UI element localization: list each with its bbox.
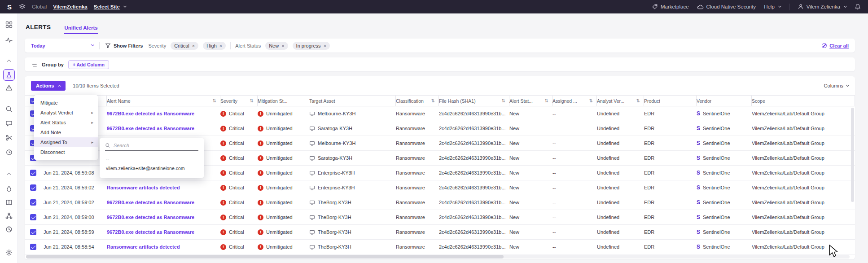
cell-product: EDR (644, 185, 697, 190)
menu-item-disconnect[interactable]: Disconnect (34, 147, 98, 157)
filter-chip[interactable]: In progress× (293, 42, 330, 50)
apps-grid-icon[interactable] (3, 19, 15, 31)
chip-close-icon[interactable]: × (281, 43, 284, 48)
breadcrumb-account-link[interactable]: VilemZelienka (53, 4, 88, 9)
scissors-icon[interactable] (3, 132, 15, 144)
filter-chip[interactable]: High× (203, 42, 226, 50)
cell-file-hash: 2c4d2c6262d46313990e31b... (439, 229, 509, 235)
row-checkbox[interactable] (30, 199, 36, 206)
breadcrumb-global: Global (32, 4, 47, 9)
column-header[interactable]: Product (644, 96, 697, 106)
network-nodes-icon[interactable] (3, 210, 15, 222)
cell-scope: VilemZelienka/Lab/Default Group (752, 244, 855, 250)
tab-unified-alerts[interactable]: Unified Alerts (64, 25, 97, 34)
sort-icon[interactable]: ⇅ (636, 98, 641, 103)
column-header-label: Analyst Ver... (597, 98, 624, 104)
column-header[interactable]: Scope (752, 96, 855, 106)
alert-triangle-icon[interactable] (3, 82, 15, 93)
sort-icon[interactable]: ⇅ (213, 98, 217, 103)
search-icon[interactable] (3, 103, 15, 115)
alert-name-link[interactable]: Ransomware artifacts detected (107, 244, 180, 250)
row-checkbox[interactable] (30, 229, 36, 235)
date-range-select[interactable]: Today (31, 43, 94, 48)
add-column-button[interactable]: + Add Column (68, 60, 109, 69)
alert-name-link[interactable]: 9672B0.exe detected as Ransomware (107, 126, 194, 131)
sentinelone-vendor-icon: S (697, 199, 700, 206)
site-selector[interactable]: Select Site (94, 4, 126, 9)
alert-name-link[interactable]: 9672B0.exe detected as Ransomware (107, 229, 194, 235)
menu-item-assigned-to[interactable]: Assigned To▸ (34, 137, 98, 147)
columns-button[interactable]: Columns (824, 83, 849, 88)
submenu-search-input[interactable] (114, 143, 198, 148)
cell-scope: VilemZelienka/Lab/Default Group (752, 126, 855, 131)
column-header[interactable]: Mitigation St... (258, 96, 309, 106)
cell-assigned: -- (552, 215, 597, 220)
column-header[interactable]: Classification⇅ (396, 96, 439, 106)
mitigation-status-label: Unmitigated (266, 185, 293, 190)
alert-name-link[interactable]: 9672B0.exe detected as Ransomware (107, 111, 194, 116)
menu-item-mitigate[interactable]: Mitigate (34, 98, 98, 108)
alert-name-link[interactable]: 9672B0.exe detected as Ransomware (107, 215, 194, 220)
column-header[interactable]: File Hash (SHA1)⇅ (439, 96, 509, 106)
menu-item-alert-status[interactable]: Alert Status▸ (34, 118, 98, 127)
pie-chart-icon[interactable] (3, 224, 15, 235)
row-checkbox[interactable] (30, 214, 36, 220)
column-header[interactable]: Alert Stat...⇅ (509, 96, 552, 106)
chip-close-icon[interactable]: × (324, 43, 326, 48)
marketplace-button[interactable]: Marketplace (652, 4, 689, 10)
column-header[interactable]: Assigned ...⇅ (552, 96, 597, 106)
flame-icon[interactable] (3, 183, 15, 195)
cell-product: EDR (644, 200, 697, 205)
cell-file-hash: 2c4d2c6262d46313990e31b... (439, 111, 509, 116)
vertical-scrollbar-thumb[interactable] (851, 108, 854, 202)
chip-close-icon[interactable]: × (192, 43, 195, 48)
column-header[interactable]: Analyst Ver...⇅ (597, 96, 644, 106)
notifications-bell-icon[interactable] (855, 4, 861, 10)
assigned-to-submenu: --vilem.zelienka+site@sentinelone.com (100, 138, 204, 178)
clear-all-filters-button[interactable]: Clear all (822, 43, 849, 48)
sort-icon[interactable]: ⇅ (250, 98, 254, 103)
scope-layers-icon[interactable] (19, 4, 26, 10)
filter-chip[interactable]: Critical× (171, 42, 198, 50)
page-title: ALERTS (26, 24, 51, 34)
column-header[interactable]: Vendor (697, 96, 752, 106)
chip-close-icon[interactable]: × (219, 43, 222, 48)
target-asset-label: Enterprise-KY3H (318, 170, 355, 175)
collapse-up-icon[interactable] (3, 168, 15, 180)
settings-gear-icon[interactable] (3, 247, 15, 259)
filter-chip[interactable]: New× (265, 42, 288, 50)
sort-icon[interactable]: ⇅ (589, 98, 594, 103)
menu-item-add-note[interactable]: Add Note (34, 127, 98, 137)
horizontal-scrollbar-thumb[interactable] (26, 255, 504, 259)
book-icon[interactable] (3, 197, 15, 208)
assignee-option[interactable]: -- (100, 153, 204, 163)
actions-button[interactable]: Actions (31, 81, 66, 91)
help-menu[interactable]: Help (764, 4, 781, 9)
cloud-native-security-button[interactable]: Cloud Native Security (697, 4, 756, 10)
chat-bubble-icon[interactable] (3, 118, 15, 129)
collapse-up-icon[interactable] (3, 55, 15, 66)
history-clock-icon[interactable] (3, 146, 15, 158)
column-header[interactable]: Severity⇅ (220, 96, 258, 106)
sentinelone-logo-icon[interactable]: S (7, 3, 12, 11)
sort-icon[interactable]: ⇅ (502, 98, 506, 103)
user-menu[interactable]: Vilem Zelienka (798, 4, 846, 10)
cell-product: EDR (644, 215, 697, 220)
lab-flask-icon[interactable] (3, 69, 15, 81)
cell-product: EDR (644, 111, 697, 116)
cell-alert-status: New (509, 126, 552, 131)
assignee-option[interactable]: vilem.zelienka+site@sentinelone.com (100, 163, 204, 173)
activity-pulse-icon[interactable] (3, 34, 15, 46)
row-checkbox[interactable] (30, 170, 36, 176)
row-checkbox[interactable] (30, 184, 36, 191)
show-filters-button[interactable]: Show Filters (105, 43, 143, 48)
column-header[interactable]: Alert Name⇅ (107, 96, 220, 106)
menu-item-analyst-verdict[interactable]: Analyst Verdict▸ (34, 108, 98, 118)
column-header-label: Classification (396, 98, 424, 104)
column-header[interactable]: Target Asset (309, 96, 396, 106)
sort-icon[interactable]: ⇅ (431, 98, 436, 103)
sort-icon[interactable]: ⇅ (545, 98, 549, 103)
alert-name-link[interactable]: Ransomware artifacts detected (107, 185, 180, 190)
alert-name-link[interactable]: 9672B0.exe detected as Ransomware (107, 200, 194, 205)
row-checkbox[interactable] (30, 244, 36, 250)
